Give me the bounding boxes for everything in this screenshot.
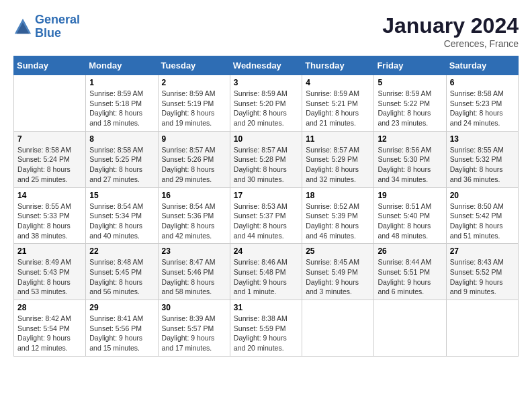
day-info: Sunrise: 8:59 AMSunset: 5:19 PMDaylight:… xyxy=(162,89,226,128)
day-number: 4 xyxy=(306,78,370,87)
calendar-cell: 5 Sunrise: 8:59 AMSunset: 5:22 PMDayligh… xyxy=(374,75,446,132)
logo-line1: General xyxy=(35,13,80,26)
day-info: Sunrise: 8:41 AMSunset: 5:56 PMDaylight:… xyxy=(89,314,154,353)
day-info: Sunrise: 8:59 AMSunset: 5:22 PMDaylight:… xyxy=(378,89,442,128)
calendar-cell xyxy=(374,300,446,357)
day-number: 22 xyxy=(89,246,154,256)
day-info: Sunrise: 8:43 AMSunset: 5:52 PMDaylight:… xyxy=(450,257,515,297)
calendar-table: SundayMondayTuesdayWednesdayThursdayFrid… xyxy=(13,56,519,357)
day-number: 15 xyxy=(89,191,154,200)
day-info: Sunrise: 8:48 AMSunset: 5:45 PMDaylight:… xyxy=(89,257,154,297)
calendar-cell: 6 Sunrise: 8:58 AMSunset: 5:23 PMDayligh… xyxy=(446,75,518,132)
day-info: Sunrise: 8:54 AMSunset: 5:34 PMDaylight:… xyxy=(89,201,154,241)
day-number: 1 xyxy=(89,78,154,87)
day-number: 30 xyxy=(162,303,226,312)
day-info: Sunrise: 8:58 AMSunset: 5:23 PMDaylight:… xyxy=(450,89,515,128)
day-info: Sunrise: 8:38 AMSunset: 5:59 PMDaylight:… xyxy=(234,314,298,353)
header-row: SundayMondayTuesdayWednesdayThursdayFrid… xyxy=(14,56,519,75)
calendar-cell: 21 Sunrise: 8:49 AMSunset: 5:43 PMDaylig… xyxy=(14,244,86,300)
calendar-cell: 15 Sunrise: 8:54 AMSunset: 5:34 PMDaylig… xyxy=(86,187,158,244)
day-header: Wednesday xyxy=(230,56,302,75)
calendar-cell: 27 Sunrise: 8:43 AMSunset: 5:52 PMDaylig… xyxy=(446,244,518,300)
calendar-cell: 3 Sunrise: 8:59 AMSunset: 5:20 PMDayligh… xyxy=(230,75,302,132)
day-number: 16 xyxy=(162,191,226,200)
day-info: Sunrise: 8:56 AMSunset: 5:30 PMDaylight:… xyxy=(378,145,442,185)
day-number: 6 xyxy=(450,78,515,87)
calendar-cell: 25 Sunrise: 8:45 AMSunset: 5:49 PMDaylig… xyxy=(302,244,374,300)
calendar-cell: 28 Sunrise: 8:42 AMSunset: 5:54 PMDaylig… xyxy=(14,300,86,357)
calendar-subtitle: Cerences, France xyxy=(382,38,519,49)
day-header: Thursday xyxy=(302,56,374,75)
day-info: Sunrise: 8:47 AMSunset: 5:46 PMDaylight:… xyxy=(162,257,226,297)
calendar-cell: 12 Sunrise: 8:56 AMSunset: 5:30 PMDaylig… xyxy=(374,131,446,187)
calendar-cell: 17 Sunrise: 8:53 AMSunset: 5:37 PMDaylig… xyxy=(230,187,302,244)
calendar-cell: 24 Sunrise: 8:46 AMSunset: 5:48 PMDaylig… xyxy=(230,244,302,300)
day-info: Sunrise: 8:46 AMSunset: 5:48 PMDaylight:… xyxy=(234,257,298,297)
logo: General Blue xyxy=(13,13,80,40)
calendar-cell xyxy=(14,75,86,132)
calendar-cell: 10 Sunrise: 8:57 AMSunset: 5:28 PMDaylig… xyxy=(230,131,302,187)
calendar-title: January 2024 xyxy=(382,13,519,38)
day-number: 11 xyxy=(306,134,370,144)
day-number: 20 xyxy=(450,191,515,200)
calendar-cell: 13 Sunrise: 8:55 AMSunset: 5:32 PMDaylig… xyxy=(446,131,518,187)
page-header: General Blue January 2024 Cerences, Fran… xyxy=(13,13,519,49)
calendar-week-row: 14 Sunrise: 8:55 AMSunset: 5:33 PMDaylig… xyxy=(14,187,519,244)
calendar-cell: 26 Sunrise: 8:44 AMSunset: 5:51 PMDaylig… xyxy=(374,244,446,300)
day-info: Sunrise: 8:54 AMSunset: 5:36 PMDaylight:… xyxy=(162,201,226,241)
calendar-cell: 18 Sunrise: 8:52 AMSunset: 5:39 PMDaylig… xyxy=(302,187,374,244)
day-number: 24 xyxy=(234,246,298,256)
day-number: 18 xyxy=(306,191,370,200)
calendar-cell: 11 Sunrise: 8:57 AMSunset: 5:29 PMDaylig… xyxy=(302,131,374,187)
day-info: Sunrise: 8:42 AMSunset: 5:54 PMDaylight:… xyxy=(17,314,82,353)
day-info: Sunrise: 8:57 AMSunset: 5:26 PMDaylight:… xyxy=(162,145,226,185)
calendar-cell: 30 Sunrise: 8:39 AMSunset: 5:57 PMDaylig… xyxy=(158,300,230,357)
calendar-cell xyxy=(446,300,518,357)
day-info: Sunrise: 8:52 AMSunset: 5:39 PMDaylight:… xyxy=(306,201,370,241)
calendar-cell: 7 Sunrise: 8:58 AMSunset: 5:24 PMDayligh… xyxy=(14,131,86,187)
day-number: 12 xyxy=(378,134,442,144)
day-header: Monday xyxy=(86,56,158,75)
calendar-week-row: 1 Sunrise: 8:59 AMSunset: 5:18 PMDayligh… xyxy=(14,75,519,132)
title-block: January 2024 Cerences, France xyxy=(382,13,519,49)
day-info: Sunrise: 8:57 AMSunset: 5:29 PMDaylight:… xyxy=(306,145,370,185)
day-header: Sunday xyxy=(14,56,86,75)
day-number: 31 xyxy=(234,303,298,312)
calendar-cell: 29 Sunrise: 8:41 AMSunset: 5:56 PMDaylig… xyxy=(86,300,158,357)
day-number: 26 xyxy=(378,246,442,256)
calendar-cell: 20 Sunrise: 8:50 AMSunset: 5:42 PMDaylig… xyxy=(446,187,518,244)
calendar-cell xyxy=(302,300,374,357)
day-number: 19 xyxy=(378,191,442,200)
day-number: 23 xyxy=(162,246,226,256)
day-info: Sunrise: 8:51 AMSunset: 5:40 PMDaylight:… xyxy=(378,201,442,241)
day-number: 28 xyxy=(17,303,82,312)
day-number: 25 xyxy=(306,246,370,256)
day-info: Sunrise: 8:58 AMSunset: 5:24 PMDaylight:… xyxy=(17,145,82,185)
day-info: Sunrise: 8:58 AMSunset: 5:25 PMDaylight:… xyxy=(89,145,154,185)
day-info: Sunrise: 8:59 AMSunset: 5:18 PMDaylight:… xyxy=(89,89,154,128)
day-number: 2 xyxy=(162,78,226,87)
day-info: Sunrise: 8:59 AMSunset: 5:21 PMDaylight:… xyxy=(306,89,370,128)
day-number: 13 xyxy=(450,134,515,144)
calendar-week-row: 21 Sunrise: 8:49 AMSunset: 5:43 PMDaylig… xyxy=(14,244,519,300)
calendar-cell: 1 Sunrise: 8:59 AMSunset: 5:18 PMDayligh… xyxy=(86,75,158,132)
day-number: 17 xyxy=(234,191,298,200)
day-number: 5 xyxy=(378,78,442,87)
day-info: Sunrise: 8:55 AMSunset: 5:33 PMDaylight:… xyxy=(17,201,82,241)
calendar-cell: 22 Sunrise: 8:48 AMSunset: 5:45 PMDaylig… xyxy=(86,244,158,300)
calendar-cell: 14 Sunrise: 8:55 AMSunset: 5:33 PMDaylig… xyxy=(14,187,86,244)
day-header: Tuesday xyxy=(158,56,230,75)
calendar-cell: 4 Sunrise: 8:59 AMSunset: 5:21 PMDayligh… xyxy=(302,75,374,132)
calendar-cell: 9 Sunrise: 8:57 AMSunset: 5:26 PMDayligh… xyxy=(158,131,230,187)
day-number: 8 xyxy=(89,134,154,144)
day-number: 14 xyxy=(17,191,82,200)
day-info: Sunrise: 8:55 AMSunset: 5:32 PMDaylight:… xyxy=(450,145,515,185)
day-info: Sunrise: 8:59 AMSunset: 5:20 PMDaylight:… xyxy=(234,89,298,128)
day-number: 9 xyxy=(162,134,226,144)
day-info: Sunrise: 8:39 AMSunset: 5:57 PMDaylight:… xyxy=(162,314,226,353)
calendar-cell: 2 Sunrise: 8:59 AMSunset: 5:19 PMDayligh… xyxy=(158,75,230,132)
day-info: Sunrise: 8:49 AMSunset: 5:43 PMDaylight:… xyxy=(17,257,82,297)
day-info: Sunrise: 8:45 AMSunset: 5:49 PMDaylight:… xyxy=(306,257,370,297)
day-header: Saturday xyxy=(446,56,518,75)
day-number: 21 xyxy=(17,246,82,256)
